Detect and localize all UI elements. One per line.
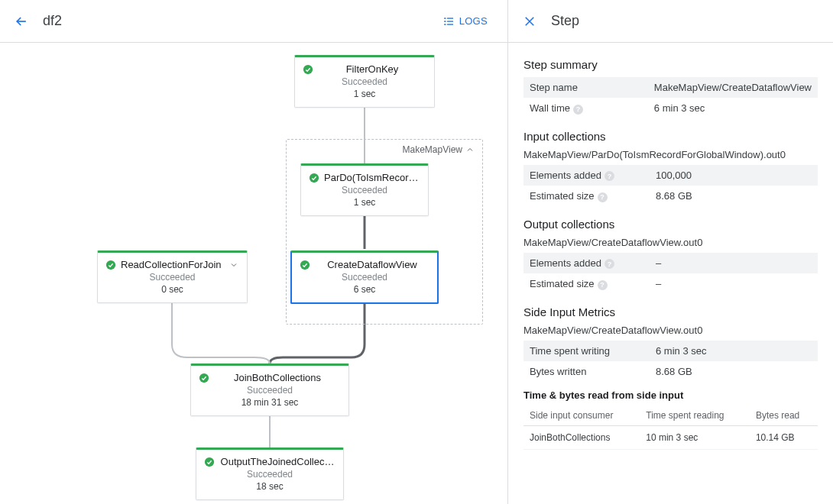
chevron-down-icon <box>229 260 238 270</box>
node-pardo[interactable]: ParDo(ToIsmRecordFor… Succeeded 1 sec <box>300 163 429 216</box>
success-icon <box>300 260 310 270</box>
si-time-value: 10 min 3 sec <box>640 425 750 449</box>
node-title: FilterOnKey <box>318 63 426 75</box>
elements-added-label: Elements added <box>530 257 601 269</box>
input-elements-value: 100,000 <box>656 170 692 181</box>
job-name: df2 <box>43 13 435 29</box>
node-time: 1 sec <box>354 197 376 208</box>
input-size-value: 8.68 GB <box>656 190 692 202</box>
estimated-size-label: Estimated size <box>530 278 595 289</box>
node-createdataflowview[interactable]: CreateDataflowView Succeeded 6 sec <box>290 250 439 304</box>
bytes-written-value: 8.68 GB <box>656 366 692 377</box>
node-title: ParDo(ToIsmRecordFor… <box>324 172 420 183</box>
input-collections-table: Elements added?100,000 Estimated size?8.… <box>523 165 818 207</box>
svg-rect-1 <box>447 18 453 18</box>
si-bytes-value: 10.14 GB <box>750 425 818 449</box>
side-header: Step <box>508 0 833 43</box>
svg-rect-2 <box>444 21 446 21</box>
section-side-input-metrics: Side Input Metrics <box>523 305 818 318</box>
step-name-value: MakeMapView/CreateDataflowView <box>654 82 812 93</box>
side-panel: Step Step summary Step nameMakeMapView/C… <box>508 0 833 504</box>
node-readcollection[interactable]: ReadCollectionForJoin Succeeded 0 sec <box>97 250 248 303</box>
node-title: JoinBothCollections <box>214 372 341 383</box>
elements-added-label: Elements added <box>530 170 601 181</box>
group-header[interactable]: MakeMapView <box>403 144 475 155</box>
node-status: Succeeded <box>342 185 387 195</box>
svg-point-8 <box>106 260 115 269</box>
help-icon[interactable]: ? <box>604 259 614 269</box>
node-title: ReadCollectionForJoin <box>121 259 224 270</box>
main-pane: df2 LOGS MakeMapView <box>0 0 508 504</box>
wall-time-value: 6 min 3 sec <box>654 102 705 114</box>
time-writing-label: Time spent writing <box>530 345 610 357</box>
node-time: 1 sec <box>354 89 376 99</box>
node-time: 0 sec <box>161 284 183 295</box>
svg-point-6 <box>303 64 313 73</box>
logs-label: LOGS <box>459 15 488 27</box>
output-collections-table: Elements added?– Estimated size?– <box>523 253 818 295</box>
svg-rect-5 <box>447 24 453 24</box>
node-title: OutputTheJoinedCollec… <box>219 456 335 467</box>
si-table-row: JoinBothCollections 10 min 3 sec 10.14 G… <box>523 425 818 449</box>
si-consumer-value: JoinBothCollections <box>523 425 640 449</box>
success-icon <box>309 173 319 183</box>
side-input-metrics-table: Time spent writing6 min 3 sec Bytes writ… <box>523 341 818 382</box>
svg-point-11 <box>205 457 214 466</box>
close-icon <box>523 15 536 28</box>
si-col-bytes: Bytes read <box>750 405 818 426</box>
node-status: Succeeded <box>149 272 195 283</box>
chevron-up-icon <box>465 145 475 154</box>
success-icon <box>199 373 209 383</box>
si-col-consumer: Side input consumer <box>523 405 640 426</box>
side-input-read-table: Side input consumer Time spent reading B… <box>523 405 818 450</box>
node-time: 6 sec <box>354 284 376 295</box>
svg-rect-3 <box>447 21 453 21</box>
node-status: Succeeded <box>247 385 293 396</box>
help-icon[interactable]: ? <box>604 171 614 181</box>
side-input-read-heading: Time & bytes read from side input <box>523 389 818 401</box>
side-body: Step summary Step nameMakeMapView/Create… <box>508 43 833 465</box>
help-icon[interactable]: ? <box>573 105 583 115</box>
svg-point-9 <box>300 260 310 269</box>
node-filteronkey[interactable]: FilterOnKey Succeeded 1 sec <box>294 55 435 108</box>
close-button[interactable] <box>520 12 539 31</box>
node-time: 18 sec <box>256 481 283 492</box>
expand-toggle[interactable] <box>229 260 239 270</box>
step-summary-table: Step nameMakeMapView/CreateDataflowView … <box>523 77 818 119</box>
arrow-left-icon <box>14 14 29 29</box>
node-status: Succeeded <box>247 469 293 480</box>
wall-time-label: Wall time <box>530 102 570 114</box>
svg-point-10 <box>199 373 209 382</box>
estimated-size-label: Estimated size <box>530 190 595 202</box>
logs-button[interactable]: LOGS <box>435 11 495 32</box>
output-elements-value: – <box>656 257 661 269</box>
node-status: Succeeded <box>342 76 387 87</box>
success-icon <box>303 64 313 75</box>
svg-rect-4 <box>444 24 446 24</box>
bytes-written-label: Bytes written <box>530 366 586 377</box>
si-col-time: Time spent reading <box>640 405 750 426</box>
node-outputjoined[interactable]: OutputTheJoinedCollec… Succeeded 18 sec <box>196 447 344 500</box>
success-icon <box>204 457 215 467</box>
back-button[interactable] <box>12 12 31 31</box>
side-title: Step <box>551 13 579 29</box>
section-input-collections: Input collections <box>523 130 818 143</box>
output-size-value: – <box>656 278 661 289</box>
svg-rect-0 <box>444 18 446 18</box>
output-collection-name: MakeMapView/CreateDataflowView.out0 <box>523 237 818 248</box>
group-label: MakeMapView <box>403 144 462 155</box>
graph-canvas[interactable]: MakeMapView FilterOnKey Succeeded 1 sec … <box>0 43 507 504</box>
node-joinbothcollections[interactable]: JoinBothCollections Succeeded 18 min 31 … <box>190 363 349 416</box>
side-input-collection-name: MakeMapView/CreateDataflowView.out0 <box>523 325 818 336</box>
help-icon[interactable]: ? <box>598 192 608 202</box>
node-title: CreateDataflowView <box>315 259 429 270</box>
node-status: Succeeded <box>342 272 387 283</box>
svg-point-7 <box>310 173 319 182</box>
logs-icon <box>442 15 455 27</box>
step-name-label: Step name <box>530 82 578 93</box>
section-output-collections: Output collections <box>523 218 818 231</box>
time-writing-value: 6 min 3 sec <box>656 345 706 357</box>
node-time: 18 min 31 sec <box>241 397 299 408</box>
help-icon[interactable]: ? <box>598 280 608 290</box>
section-step-summary: Step summary <box>523 58 818 71</box>
